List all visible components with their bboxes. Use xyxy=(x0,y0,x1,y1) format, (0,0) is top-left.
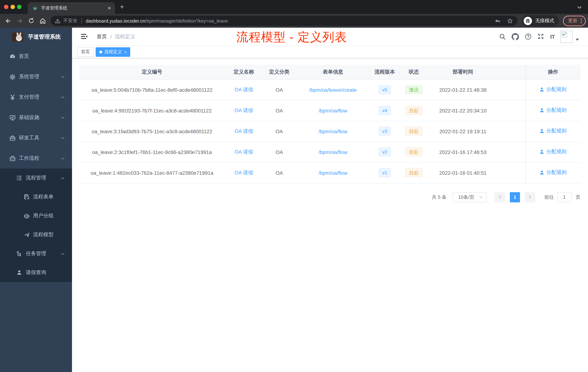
goto-page-input[interactable] xyxy=(557,192,572,202)
browser-tab-strip: 芋道管理系统 ✕ + xyxy=(0,0,588,14)
sidebar-item-process-manage[interactable]: 流程管理 xyxy=(0,169,72,187)
cell-category: OA xyxy=(263,162,296,183)
dashboard-icon xyxy=(9,53,16,60)
col-actions: 操作 xyxy=(525,65,580,79)
chevron-down-icon xyxy=(479,195,483,199)
sidebar-item-system[interactable]: 系统管理 xyxy=(0,67,72,87)
sidebar-item-label: 支付管理 xyxy=(19,94,61,100)
page-size-select[interactable]: 10条/页 xyxy=(453,192,487,202)
org-tree-icon xyxy=(16,251,22,257)
avatar-broken-image[interactable] xyxy=(560,30,573,43)
fullscreen-icon[interactable] xyxy=(537,33,544,40)
tag-home[interactable]: 首页 xyxy=(77,47,94,57)
browser-toolbar: 不安全 dashboard.yudao.iocoder.cn/bpm/manag… xyxy=(0,14,588,28)
sidebar-item-task-manage[interactable]: 任务管理 xyxy=(0,244,72,263)
prev-page-button[interactable] xyxy=(494,192,505,202)
next-page-button[interactable] xyxy=(525,192,535,202)
sidebar-item-user-group[interactable]: 用户分组 xyxy=(0,206,72,225)
form-link[interactable]: /bpm/oa/flow xyxy=(319,170,347,176)
col-definition-id: 定义编号 xyxy=(79,65,225,79)
chevron-right-icon xyxy=(528,195,532,199)
home-button-icon[interactable] xyxy=(39,17,46,24)
tab-title: 芋道管理系统 xyxy=(41,5,107,11)
sidebar-item-home[interactable]: 首页 xyxy=(0,46,72,67)
definition-name-link[interactable]: OA 请假 xyxy=(235,149,253,154)
chevron-left-icon xyxy=(498,195,502,199)
incognito-icon xyxy=(524,17,532,25)
table-header-row: 定义编号 定义名称 定义分类 表单信息 流程版本 状态 部署时间 操作 xyxy=(79,65,580,79)
header-action-icons: tT xyxy=(493,30,588,43)
url-host: dashboard.yudao.iocoder.cn xyxy=(86,18,145,23)
sidebar-item-leave-query[interactable]: 请假查询 xyxy=(0,263,72,282)
definition-name-link[interactable]: OA 请假 xyxy=(235,169,253,175)
breadcrumb-home[interactable]: 首页 xyxy=(97,33,107,40)
window-minimize-button[interactable] xyxy=(10,5,15,9)
tag-close-icon[interactable]: × xyxy=(124,50,127,54)
password-key-icon[interactable] xyxy=(494,18,501,24)
bookmark-star-icon[interactable] xyxy=(507,18,513,24)
help-question-icon[interactable] xyxy=(525,33,532,40)
form-link[interactable]: /bpm/oa/flow xyxy=(319,128,347,134)
sidebar: 芋道管理系统 首页 系统管理 支付管理 xyxy=(0,28,72,372)
sidebar-logo-row[interactable]: 芋道管理系统 xyxy=(0,28,72,46)
font-size-icon[interactable]: tT xyxy=(550,33,555,40)
window-zoom-button[interactable] xyxy=(17,5,21,9)
logo-rabbit-image xyxy=(12,32,24,42)
version-tag[interactable]: v4 xyxy=(378,106,391,115)
version-tag[interactable]: v3 xyxy=(378,127,391,136)
sidebar-item-workflow[interactable]: 工作流程 xyxy=(0,148,72,169)
sidebar-item-process-form[interactable]: 流程表单 xyxy=(0,187,72,206)
reload-button-icon[interactable] xyxy=(28,17,34,24)
back-button-icon[interactable] xyxy=(5,17,12,24)
window-close-button[interactable] xyxy=(4,5,8,9)
assign-rule-button[interactable]: 分配规则 xyxy=(539,149,567,155)
status-badge: 挂起 xyxy=(405,106,422,115)
sidebar-item-process-model[interactable]: 流程模型 xyxy=(0,225,72,244)
chevron-down-icon xyxy=(61,252,65,256)
form-link[interactable]: /bpm/oa/flow xyxy=(319,149,347,155)
version-tag[interactable]: v5 xyxy=(378,85,391,94)
table-row: oa_leave:5:004b710b-7b8a-11ec-8ef0-acde4… xyxy=(79,79,580,100)
avatar-caret-down-icon[interactable] xyxy=(575,38,579,41)
version-tag[interactable]: v1 xyxy=(378,168,391,177)
user-icon xyxy=(16,269,22,276)
pagination-total: 共 5 条 xyxy=(432,194,447,200)
app-title: 芋道管理系统 xyxy=(28,33,61,40)
search-icon[interactable] xyxy=(499,33,506,40)
sidebar-item-payment[interactable]: 支付管理 xyxy=(0,87,72,107)
status-badge: 挂起 xyxy=(405,147,422,156)
tag-process-definition[interactable]: 流程定义 × xyxy=(96,47,130,57)
definition-name-link[interactable]: OA 请假 xyxy=(235,87,253,92)
cell-category: OA xyxy=(263,142,296,162)
version-tag[interactable]: v2 xyxy=(378,147,391,156)
sidebar-item-label: 基础设施 xyxy=(19,114,61,121)
new-tab-button[interactable]: + xyxy=(120,3,124,11)
assign-rule-button[interactable]: 分配规则 xyxy=(539,86,567,93)
definition-name-link[interactable]: OA 请假 xyxy=(235,107,253,113)
tag-label: 首页 xyxy=(81,49,90,55)
cell-definition-id: oa_leave:4:991f2193-7b7f-11ec-a3c8-acde4… xyxy=(79,100,225,121)
current-page-button[interactable]: 1 xyxy=(510,192,520,202)
col-definition-name: 定义名称 xyxy=(225,65,263,79)
sidebar-item-infrastructure[interactable]: 基础设施 xyxy=(0,107,72,128)
tree-list-icon xyxy=(16,175,22,181)
sidebar-collapse-icon[interactable] xyxy=(81,33,88,40)
assign-rule-button[interactable]: 分配规则 xyxy=(539,107,567,114)
browser-update-menu-button[interactable]: 更新 xyxy=(563,15,586,26)
assign-rule-button[interactable]: 分配规则 xyxy=(539,169,567,176)
browser-tab[interactable]: 芋道管理系统 ✕ xyxy=(28,2,115,14)
github-icon[interactable] xyxy=(512,33,519,40)
user-icon xyxy=(539,87,545,92)
definition-name-link[interactable]: OA 请假 xyxy=(235,128,253,134)
kebab-menu-icon xyxy=(581,18,582,23)
form-link[interactable]: /bpm/oa/leave/create xyxy=(309,87,357,93)
tab-search-chevron-icon[interactable] xyxy=(577,5,582,11)
tab-close-icon[interactable]: ✕ xyxy=(107,6,111,10)
sidebar-item-devtools[interactable]: 研发工具 xyxy=(0,128,72,148)
cell-deploy-time: 2022-01-22 19:19:11 xyxy=(428,121,497,142)
assign-rule-button[interactable]: 分配规则 xyxy=(539,128,567,134)
forward-button-icon[interactable] xyxy=(16,17,23,24)
chevron-up-icon xyxy=(61,176,65,180)
form-link[interactable]: /bpm/oa/flow xyxy=(319,108,347,113)
address-bar[interactable]: 不安全 dashboard.yudao.iocoder.cn/bpm/manag… xyxy=(51,16,517,26)
